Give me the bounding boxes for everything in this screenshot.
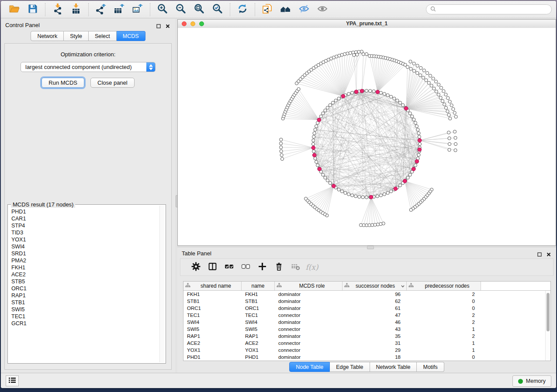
maximize-window-icon[interactable] bbox=[199, 21, 204, 26]
column-label: name bbox=[243, 283, 273, 289]
tab-motifs[interactable]: Motifs bbox=[417, 362, 444, 372]
memory-button[interactable]: Memory bbox=[512, 375, 551, 387]
mcds-result-item[interactable]: PMA2 bbox=[11, 257, 159, 264]
cell-predecessor-nodes: 0 bbox=[407, 298, 481, 305]
criterion-select[interactable]: largest connected component (undirected) bbox=[21, 62, 156, 72]
table-row[interactable]: TEC1TEC1connector472 bbox=[183, 312, 550, 319]
toolbar-icon-groups bbox=[5, 3, 332, 17]
mcds-result-scrollbar[interactable] bbox=[159, 206, 165, 362]
table-scrollbar[interactable] bbox=[545, 291, 550, 361]
table-row[interactable]: FKH1FKH1dominator962 bbox=[183, 291, 550, 298]
mcds-result-item[interactable]: SWI5 bbox=[11, 306, 159, 313]
network-canvas[interactable] bbox=[178, 28, 556, 245]
mcds-result-item[interactable]: ACE2 bbox=[11, 271, 159, 278]
mcds-result-item[interactable]: STP4 bbox=[11, 222, 159, 229]
graph-nodes[interactable] bbox=[279, 50, 457, 227]
minimize-window-icon[interactable] bbox=[190, 21, 195, 26]
mcds-result-item[interactable]: RAP1 bbox=[11, 292, 159, 299]
tab-mcds[interactable]: MCDS bbox=[117, 31, 145, 41]
float-table-panel-icon[interactable] bbox=[537, 251, 542, 258]
mcds-result-item[interactable]: TID3 bbox=[11, 229, 159, 236]
mcds-result-item[interactable]: PHD1 bbox=[11, 208, 159, 215]
column-tree-icon bbox=[185, 283, 190, 289]
tab-network-table[interactable]: Network Table bbox=[370, 362, 417, 372]
table-row[interactable]: ORC1ORC1dominator610 bbox=[183, 305, 550, 312]
close-table-panel-icon[interactable] bbox=[547, 251, 551, 258]
select-all-icon bbox=[225, 262, 234, 273]
tab-style[interactable]: Style bbox=[64, 31, 89, 41]
columns-button[interactable] bbox=[204, 261, 221, 274]
settings-button[interactable] bbox=[187, 261, 204, 274]
task-history-button[interactable] bbox=[6, 375, 19, 386]
close-panel-icon[interactable] bbox=[166, 22, 170, 30]
mcds-result-item[interactable]: SRD1 bbox=[11, 250, 159, 257]
mcds-result-item[interactable]: SWI4 bbox=[11, 243, 159, 250]
control-panel-tabbar: NetworkStyleSelectMCDS bbox=[1, 31, 175, 41]
mcds-result-item[interactable]: GCR1 bbox=[11, 320, 159, 327]
control-panel: Control Panel NetworkStyleSelectMCDS Opt… bbox=[1, 19, 175, 373]
open-button[interactable] bbox=[5, 3, 24, 17]
network-files-button[interactable] bbox=[258, 3, 277, 17]
column-header-predecessor-nodes[interactable]: predecessor nodes bbox=[407, 282, 481, 290]
table-scrollbar-thumb[interactable] bbox=[547, 293, 550, 331]
status-bar: Memory bbox=[1, 373, 556, 388]
table-row[interactable]: PHD1PHD1dominator180 bbox=[183, 354, 550, 361]
tab-node-table[interactable]: Node Table bbox=[289, 362, 330, 372]
mcds-result-item[interactable]: ORC1 bbox=[11, 285, 159, 292]
run-mcds-button[interactable]: Run MCDS bbox=[42, 78, 84, 88]
column-label: shared name bbox=[192, 283, 239, 289]
refresh-icon bbox=[237, 3, 248, 16]
export-image-button[interactable] bbox=[128, 3, 147, 17]
zoom-selected-button[interactable] bbox=[208, 3, 227, 17]
mcds-result-item[interactable]: TEC1 bbox=[11, 313, 159, 320]
mcds-result-item[interactable]: STB5 bbox=[11, 278, 159, 285]
search-box[interactable] bbox=[426, 4, 552, 14]
table-row[interactable]: ACE2ACE2connector311 bbox=[183, 340, 550, 347]
mcds-result-item[interactable]: YOX1 bbox=[11, 236, 159, 243]
table-header-row: shared namenameMCDS rolesuccessor nodesp… bbox=[183, 282, 550, 291]
tab-network[interactable]: Network bbox=[31, 31, 64, 41]
save-button[interactable] bbox=[24, 3, 42, 17]
control-panel-title: Control Panel bbox=[5, 22, 40, 28]
column-header-successor-nodes[interactable]: successor nodes bbox=[343, 282, 407, 290]
tab-select[interactable]: Select bbox=[89, 31, 117, 41]
first-neighbors-button[interactable] bbox=[277, 3, 295, 17]
zoom-in-icon bbox=[157, 3, 168, 16]
show-all-button[interactable] bbox=[313, 3, 332, 17]
import-network-button[interactable] bbox=[48, 3, 67, 17]
mcds-result-item[interactable]: STB1 bbox=[11, 299, 159, 306]
mcds-result-item[interactable]: CAR1 bbox=[11, 215, 159, 222]
export-network-button[interactable] bbox=[92, 3, 110, 17]
zoom-out-button[interactable] bbox=[172, 3, 190, 17]
column-label: predecessor nodes bbox=[415, 283, 479, 289]
column-header-name[interactable]: name bbox=[242, 282, 275, 290]
table-row[interactable]: YOX1YOX1connector291 bbox=[183, 347, 550, 354]
import-table-button[interactable] bbox=[67, 3, 85, 17]
column-header-MCDS-role[interactable]: MCDS role bbox=[275, 282, 343, 290]
cell-predecessor-nodes: 2 bbox=[407, 312, 481, 319]
hide-selected-button[interactable] bbox=[295, 3, 313, 17]
table-row[interactable]: SWI4SWI4dominator462 bbox=[183, 319, 550, 326]
table-row[interactable]: STB1STB1dominator620 bbox=[183, 298, 550, 305]
export-table-button[interactable] bbox=[110, 3, 128, 17]
zoom-fit-button[interactable] bbox=[190, 3, 208, 17]
float-panel-icon[interactable] bbox=[156, 22, 161, 30]
tab-edge-table[interactable]: Edge Table bbox=[330, 362, 370, 372]
table-destroy-button bbox=[287, 261, 304, 274]
settings-icon bbox=[191, 262, 201, 273]
refresh-button[interactable] bbox=[233, 3, 252, 17]
close-window-icon[interactable] bbox=[182, 21, 187, 26]
cell-shared-name: RAP1 bbox=[183, 333, 242, 340]
select-all-button[interactable] bbox=[221, 261, 237, 274]
close-panel-button[interactable]: Close panel bbox=[90, 78, 135, 88]
table-row[interactable]: RAP1RAP1dominator352 bbox=[183, 333, 550, 340]
zoom-in-button[interactable] bbox=[153, 3, 172, 17]
delete-button[interactable] bbox=[270, 261, 287, 274]
deselect-all-button[interactable] bbox=[237, 261, 254, 274]
search-input[interactable] bbox=[439, 6, 547, 13]
network-graph[interactable] bbox=[178, 28, 556, 245]
table-row[interactable]: SWI5SWI5connector431 bbox=[183, 326, 550, 333]
add-button[interactable] bbox=[254, 261, 270, 274]
column-header-shared-name[interactable]: shared name bbox=[183, 282, 242, 290]
mcds-result-item[interactable]: FKH1 bbox=[11, 264, 159, 271]
